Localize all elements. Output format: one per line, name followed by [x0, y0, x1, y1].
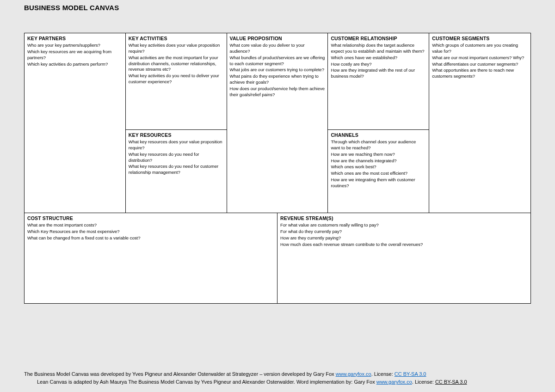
footer-line-1: The Business Model Canvas was developed …: [24, 370, 531, 379]
text: How much does each revenue stream contri…: [280, 242, 528, 248]
cell-customer-relationship: CUSTOMER RELATIONSHIP What relationship …: [328, 33, 429, 129]
text: Who are your key partners/suppliers?: [27, 43, 123, 49]
text: What jobs are our customers trying to co…: [230, 67, 325, 73]
text: How costly are they?: [331, 61, 426, 67]
text: Which Key Resources are the most expensi…: [27, 229, 274, 235]
text: What key activities does your value prop…: [129, 43, 224, 55]
footer-line-2: Lean Canvas is adapted by Ash Maurya The…: [24, 378, 531, 386]
text: What key resources do you need for custo…: [129, 164, 224, 176]
cell-cost-structure: COST STRUCTURE What are the most importa…: [25, 213, 278, 303]
column-relationship-channels: CUSTOMER RELATIONSHIP What relationship …: [328, 33, 429, 213]
text: What are our most important customers? W…: [432, 55, 528, 61]
text: What activities are the most important f…: [129, 55, 224, 73]
text: For what value are customers really will…: [280, 222, 528, 228]
text: How does our product/service help them a…: [230, 86, 325, 98]
heading-customer-segments: CUSTOMER SEGMENTS: [432, 35, 528, 42]
cell-channels: CHANNELS Through which channel does your…: [328, 129, 429, 213]
text: What key resources does your value propo…: [129, 139, 224, 151]
text: Which ones have we established?: [331, 55, 426, 61]
cell-key-partners: KEY PARTNERS Who are your key partners/s…: [25, 33, 125, 213]
text: How are they integrated with the rest of…: [331, 67, 426, 80]
footer-text: Lean Canvas is adapted by Ash Maurya The…: [37, 379, 376, 385]
text: What differentiates our customer segment…: [432, 61, 528, 67]
page-title: BUSINESS MODEL CANVAS: [0, 0, 555, 12]
footer-text: The Business Model Canvas was developed …: [24, 371, 336, 377]
column-key-partners: KEY PARTNERS Who are your key partners/s…: [25, 33, 126, 213]
footer: The Business Model Canvas was developed …: [24, 370, 531, 386]
text: What pains do they experience when tryin…: [230, 74, 325, 86]
text: What key resources do you need for distr…: [129, 152, 224, 164]
footer-link-license[interactable]: CC BY-SA 3.0: [395, 371, 426, 377]
cell-revenue-streams: REVENUE STREAM(S) For what value are cus…: [278, 213, 530, 303]
text: What key activities do you need to deliv…: [129, 73, 224, 85]
text: What can be changed from a fixed cost to…: [27, 235, 274, 241]
heading-customer-relationship: CUSTOMER RELATIONSHIP: [331, 35, 426, 42]
heading-key-activities: KEY ACTIVITIES: [129, 35, 224, 42]
footer-text: . License:: [371, 371, 395, 377]
footer-link-garyfox[interactable]: www.garyfox.co: [376, 379, 412, 385]
footer-license-text: CC BY-SA 3.0: [435, 379, 467, 385]
text: Which ones work best?: [331, 164, 426, 170]
canvas-lower-row: COST STRUCTURE What are the most importa…: [25, 213, 530, 303]
cell-value-proposition: VALUE PROPOSITION What core value do you…: [227, 33, 328, 213]
text: Which ones are the most cost efficient?: [331, 171, 426, 177]
column-value-proposition: VALUE PROPOSITION What core value do you…: [227, 33, 328, 213]
text: How are the channels integrated?: [331, 158, 426, 164]
canvas-upper-row: KEY PARTNERS Who are your key partners/s…: [25, 33, 530, 213]
cell-key-activities: KEY ACTIVITIES What key activities does …: [126, 33, 227, 129]
text: Which key resources are we acquiring fro…: [27, 49, 123, 61]
heading-value-proposition: VALUE PROPOSITION: [230, 35, 325, 42]
text: How are they currently paying?: [280, 235, 528, 241]
text: What relationship does the target audien…: [331, 43, 426, 55]
text: How are we integrating them with custome…: [331, 177, 426, 189]
heading-cost-structure: COST STRUCTURE: [27, 215, 274, 221]
text: How are we reaching them now?: [331, 152, 426, 158]
heading-channels: CHANNELS: [331, 132, 426, 138]
footer-link-garyfox[interactable]: www.garyfox.co: [336, 371, 371, 377]
text: Which key activities do partners perform…: [27, 61, 123, 67]
text: What core value do you deliver to your a…: [230, 43, 325, 55]
text: What are the most important costs?: [27, 222, 274, 228]
column-customer-segments: CUSTOMER SEGMENTS Which groups of custom…: [429, 33, 530, 213]
text: Through which channel does your audience…: [331, 139, 426, 151]
column-activities-resources: KEY ACTIVITIES What key activities does …: [126, 33, 227, 213]
text: Which groups of customers are you creati…: [432, 43, 528, 55]
heading-revenue-streams: REVENUE STREAM(S): [280, 215, 528, 221]
footer-text: . License:: [412, 379, 435, 385]
text: What bundles of product/services are we …: [230, 55, 325, 67]
business-model-canvas: KEY PARTNERS Who are your key partners/s…: [24, 33, 531, 304]
cell-customer-segments: CUSTOMER SEGMENTS Which groups of custom…: [429, 33, 530, 213]
text: For what do they currently pay?: [280, 229, 528, 235]
text: What opportunities are there to reach ne…: [432, 67, 528, 80]
cell-key-resources: KEY RESOURCES What key resources does yo…: [126, 129, 227, 213]
heading-key-resources: KEY RESOURCES: [129, 132, 224, 138]
heading-key-partners: KEY PARTNERS: [27, 35, 123, 42]
